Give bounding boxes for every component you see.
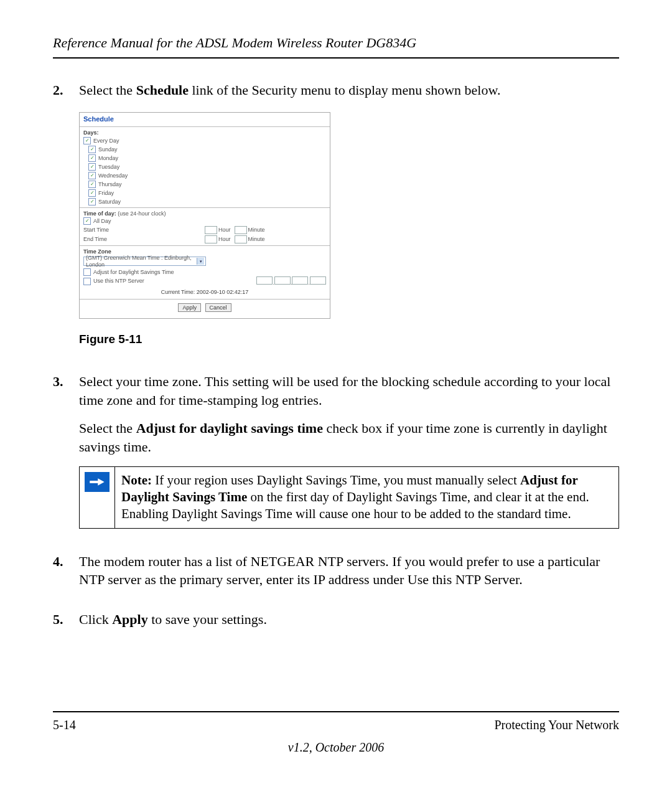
timezone-label: Time Zone	[83, 248, 326, 255]
dst-label: Adjust for Daylight Savings Time	[93, 269, 174, 275]
end-minute-input[interactable]	[235, 235, 247, 243]
checkbox-monday[interactable]	[88, 154, 96, 162]
step-4: 4. The modem router has a list of NETGEA…	[53, 552, 619, 599]
page-number: 5-14	[53, 718, 76, 732]
day-label: Tuesday	[98, 164, 119, 170]
end-time-label: End Time	[83, 236, 205, 242]
day-label: Every Day	[93, 138, 119, 144]
note-box: Note: If your region uses Daylight Savin…	[79, 466, 619, 529]
start-hour-input[interactable]	[205, 226, 217, 234]
step-number: 5.	[53, 610, 79, 639]
current-time: Current Time: 2002-09-10 02:42:17	[83, 286, 326, 298]
checkbox-tuesday[interactable]	[88, 163, 96, 171]
checkbox-dst[interactable]	[83, 268, 91, 276]
text: Select the	[79, 420, 136, 436]
checkbox-wednesday[interactable]	[88, 172, 96, 179]
step-5: 5. Click Apply to save your settings.	[53, 610, 619, 639]
start-time-label: Start Time	[83, 227, 205, 233]
step-3: 3. Select your time zone. This setting w…	[53, 372, 619, 541]
footer-rule	[53, 711, 619, 712]
step-number: 3.	[53, 372, 79, 541]
day-label: Sunday	[98, 146, 118, 153]
days-label: Days:	[83, 130, 326, 136]
checkbox-everyday[interactable]	[83, 137, 91, 144]
ntp-ip-3[interactable]	[292, 276, 308, 285]
hour-label: Hour	[218, 227, 231, 233]
text: Select the	[79, 82, 136, 98]
start-minute-input[interactable]	[235, 226, 247, 234]
timezone-select[interactable]: (GMT) Greenwich Mean Time : Edinburgh, L…	[83, 257, 206, 266]
day-label: Friday	[98, 190, 114, 196]
ntp-ip-2[interactable]	[274, 276, 291, 285]
hour-label: Hour	[218, 236, 231, 242]
ntp-ip-1[interactable]	[256, 276, 273, 285]
minute-label: Minute	[248, 236, 265, 242]
minute-label: Minute	[248, 227, 265, 233]
ntp-ip-fields: ...	[256, 276, 326, 286]
checkbox-thursday[interactable]	[88, 181, 96, 188]
note-lead: Note:	[121, 473, 152, 488]
checkbox-allday[interactable]	[83, 217, 91, 225]
ntp-label: Use this NTP Server	[93, 278, 144, 284]
apply-bold: Apply	[112, 611, 147, 627]
day-label: Wednesday	[98, 172, 128, 179]
step4-text: The modem router has a list of NETGEAR N…	[79, 552, 619, 589]
time-of-day-label: Time of day:	[83, 210, 116, 217]
note-text: If your region uses Daylight Savings Tim…	[152, 473, 520, 488]
ntp-ip-4[interactable]	[310, 276, 326, 285]
step-number: 4.	[53, 552, 79, 599]
end-hour-input[interactable]	[205, 235, 217, 243]
text: link of the Security menu to display men…	[189, 82, 500, 98]
checkbox-friday[interactable]	[88, 189, 96, 197]
day-label: Saturday	[98, 199, 121, 205]
step3-p1: Select your time zone. This setting will…	[79, 372, 619, 409]
text: to save your settings.	[148, 611, 267, 627]
schedule-link-word: Schedule	[136, 82, 189, 98]
section-title: Protecting Your Network	[494, 718, 619, 732]
time-of-day-note: (use 24-hour clock)	[116, 210, 166, 217]
checkbox-sunday[interactable]	[88, 146, 96, 153]
day-label: Thursday	[98, 181, 122, 187]
chevron-down-icon: ▾	[197, 258, 204, 265]
apply-button[interactable]: Apply	[178, 303, 201, 312]
panel-title: Schedule	[80, 113, 330, 128]
checkbox-ntp[interactable]	[83, 278, 91, 285]
step-number: 2.	[53, 81, 79, 361]
allday-label: All Day	[93, 218, 111, 224]
checkbox-saturday[interactable]	[88, 198, 96, 205]
schedule-screenshot: Schedule Days: Every Day Sunday Monday T…	[79, 112, 330, 319]
figure-caption: Figure 5-11	[79, 331, 619, 347]
header-rule	[53, 57, 619, 59]
step-2: 2. Select the Schedule link of the Secur…	[53, 81, 619, 361]
cancel-button[interactable]: Cancel	[205, 303, 231, 312]
timezone-value: (GMT) Greenwich Mean Time : Edinburgh, L…	[86, 255, 197, 268]
day-label: Monday	[98, 155, 118, 161]
text: Click	[79, 611, 112, 627]
doc-version: v1.2, October 2006	[0, 740, 672, 755]
arrow-right-icon	[85, 472, 110, 492]
dst-bold: Adjust for daylight savings time	[136, 420, 323, 436]
page-header: Reference Manual for the ADSL Modem Wire…	[53, 35, 619, 51]
